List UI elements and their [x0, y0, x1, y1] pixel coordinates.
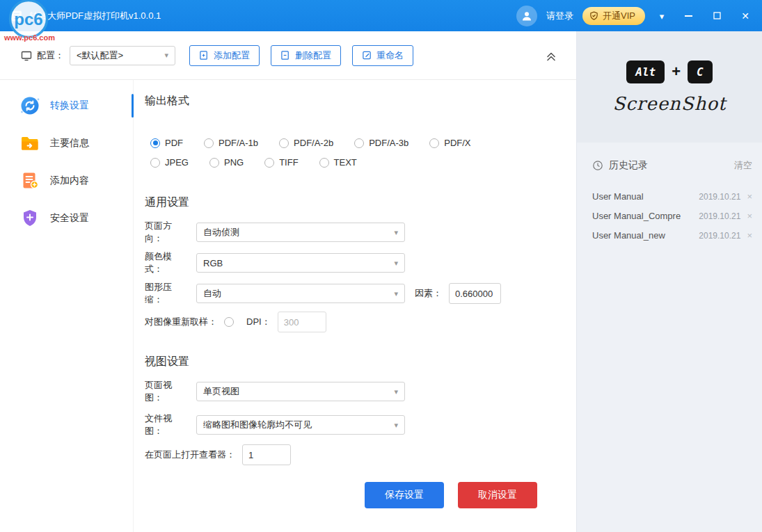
- sidebar-item-conversion-settings[interactable]: 转换设置: [0, 87, 133, 124]
- color-mode-row: 颜色模式： RGB: [145, 250, 576, 275]
- resample-label: 对图像重新取样：: [145, 316, 217, 328]
- format-option-pdf-a-1b[interactable]: PDF/A-1b: [204, 138, 258, 148]
- format-option-png[interactable]: PNG: [209, 157, 244, 168]
- history-item: User Manual_Compre 2019.10.21: [592, 211, 752, 221]
- config-select[interactable]: <默认配置>: [70, 46, 175, 65]
- dpi-label: DPI：: [246, 316, 271, 328]
- config-toolbar: 配置： <默认配置> 添加配置 删除配置 重命名: [0, 31, 576, 80]
- config-icon: [21, 50, 32, 61]
- history-item-name[interactable]: User Manual: [592, 191, 693, 202]
- main-area: 配置： <默认配置> 添加配置 删除配置 重命名: [0, 31, 576, 532]
- format-option-pdf-a-3b[interactable]: PDF/A-3b: [354, 138, 408, 148]
- action-buttons: 保存设置 取消设置: [145, 482, 576, 508]
- file-view-value: 缩略图和图像轮廓均不可见: [203, 419, 312, 431]
- shield-plus-icon: [19, 208, 40, 229]
- compression-select[interactable]: 自动: [196, 284, 405, 303]
- radio-icon: [354, 138, 364, 148]
- rename-label: 重命名: [376, 49, 404, 62]
- page-view-select[interactable]: 单页视图: [196, 382, 405, 401]
- window-title: 转转大师PDF虚拟打印机v1.0.0.1: [29, 10, 161, 22]
- delete-config-button[interactable]: 删除配置: [271, 45, 341, 66]
- sidebar-item-security-settings[interactable]: 安全设置: [0, 200, 133, 237]
- screenshot-promo-banner: Alt + C ScreenShot: [577, 31, 762, 143]
- color-mode-select[interactable]: RGB: [196, 253, 405, 273]
- collapse-toolbar-button[interactable]: [544, 49, 558, 63]
- format-option-text[interactable]: TEXT: [319, 157, 357, 168]
- page-view-value: 单页视图: [203, 385, 239, 398]
- file-view-select[interactable]: 缩略图和图像轮廓均不可见: [196, 415, 405, 435]
- document-delete-icon: [280, 50, 291, 61]
- double-chevron-up-icon: [544, 49, 558, 63]
- radio-icon: [264, 158, 274, 168]
- maximize-button[interactable]: [707, 6, 727, 26]
- person-icon: [521, 10, 533, 22]
- history-item-name[interactable]: User Manual_Compre: [592, 211, 693, 221]
- dpi-input[interactable]: [278, 312, 326, 332]
- c-key-icon: C: [688, 61, 713, 83]
- factor-input[interactable]: [449, 283, 501, 304]
- format-option-label: PDF/A-1b: [219, 138, 258, 148]
- open-viewer-row: 在页面上打开查看器：: [145, 444, 576, 465]
- file-view-label: 文件视图：: [145, 412, 189, 437]
- remove-history-item-icon[interactable]: [747, 211, 752, 221]
- format-option-label: PDF: [165, 138, 183, 148]
- radio-icon: [319, 158, 329, 168]
- format-option-pdf-x[interactable]: PDF/X: [429, 138, 470, 148]
- open-viewer-input[interactable]: [242, 444, 291, 465]
- titlebar-menu-icon[interactable]: [654, 10, 669, 22]
- document-add-icon: [19, 170, 40, 191]
- delete-config-label: 删除配置: [295, 49, 331, 62]
- format-option-label: TEXT: [334, 157, 357, 168]
- close-button[interactable]: [736, 6, 755, 26]
- minimize-button[interactable]: [678, 6, 698, 26]
- page-orientation-row: 页面方向： 自动侦测: [145, 220, 576, 245]
- output-format-title: 输出格式: [145, 94, 576, 108]
- radio-icon: [279, 138, 289, 148]
- resample-radio[interactable]: [224, 317, 234, 327]
- clear-history-button[interactable]: 清空: [734, 159, 752, 172]
- plus-sign: +: [672, 63, 681, 81]
- format-option-label: PDF/A-2b: [294, 138, 333, 148]
- minimize-icon: [685, 15, 692, 17]
- format-option-label: TIFF: [279, 157, 298, 168]
- color-mode-value: RGB: [203, 258, 223, 268]
- open-viewer-label: 在页面上打开查看器：: [145, 449, 235, 461]
- compression-row: 图形压缩： 自动 因素：: [145, 281, 576, 306]
- right-panel: Alt + C ScreenShot 历史记录 清空 User Manual 2…: [576, 31, 762, 532]
- page-orientation-value: 自动侦测: [203, 226, 239, 239]
- history-item: User Manual 2019.10.21: [592, 191, 752, 202]
- login-button[interactable]: 请登录: [546, 10, 573, 22]
- history-item-name[interactable]: User Manual_new: [592, 230, 693, 241]
- vip-button[interactable]: 开通VIP: [582, 7, 645, 25]
- page-orientation-select[interactable]: 自动侦测: [196, 223, 405, 242]
- rename-button[interactable]: 重命名: [352, 45, 413, 66]
- remove-history-item-icon[interactable]: [747, 191, 752, 202]
- config-label: 配置：: [37, 49, 64, 62]
- sidebar-item-label: 转换设置: [50, 99, 89, 112]
- format-option-pdf-a-2b[interactable]: PDF/A-2b: [279, 138, 333, 148]
- format-option-label: PNG: [224, 157, 244, 168]
- vip-label: 开通VIP: [603, 10, 635, 22]
- history-item-date: 2019.10.21: [699, 231, 740, 241]
- user-avatar[interactable]: [516, 6, 537, 26]
- add-config-button[interactable]: 添加配置: [189, 45, 260, 66]
- vip-shield-icon: [589, 11, 598, 20]
- format-option-pdf[interactable]: PDF: [150, 138, 183, 148]
- radio-icon: [204, 138, 214, 148]
- radio-icon: [150, 158, 160, 168]
- radio-icon: [209, 158, 219, 168]
- folder-icon: [19, 133, 40, 154]
- history-item-date: 2019.10.21: [699, 211, 740, 221]
- sidebar-item-label: 添加内容: [50, 175, 89, 187]
- format-option-label: PDF/X: [444, 138, 470, 148]
- format-option-tiff[interactable]: TIFF: [264, 157, 298, 168]
- history-item: User Manual_new 2019.10.21: [592, 230, 752, 241]
- sidebar-item-main-info[interactable]: 主要信息: [0, 124, 133, 162]
- compression-label: 图形压缩：: [145, 281, 189, 306]
- format-option-jpeg[interactable]: JPEG: [150, 157, 189, 168]
- sidebar-item-add-content[interactable]: 添加内容: [0, 162, 133, 200]
- add-config-label: 添加配置: [214, 49, 250, 62]
- save-settings-button[interactable]: 保存设置: [365, 482, 444, 508]
- remove-history-item-icon[interactable]: [747, 230, 752, 241]
- cancel-settings-button[interactable]: 取消设置: [458, 482, 537, 508]
